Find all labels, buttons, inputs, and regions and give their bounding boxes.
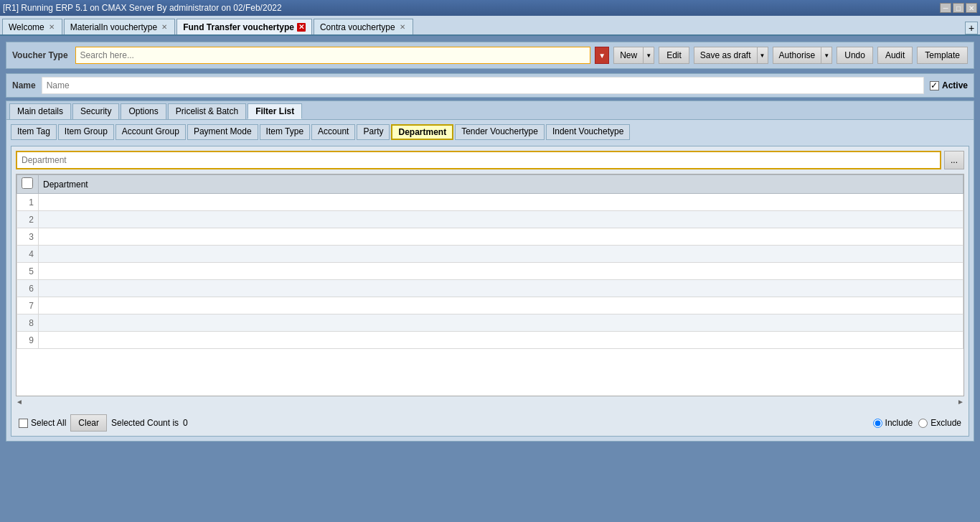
table-header-department: Department [39, 175, 963, 194]
save-draft-dropdown-arrow[interactable]: ▼ [757, 47, 768, 64]
tab-filter-list[interactable]: Filter List [248, 103, 302, 119]
name-input[interactable] [42, 77, 924, 94]
row-department-value [39, 263, 963, 280]
title-bar: [R1] Running ERP 5.1 on CMAX Server By a… [0, 0, 980, 16]
authorise-dropdown-arrow[interactable]: ▼ [821, 47, 832, 64]
department-browse-button[interactable]: ... [944, 151, 964, 169]
save-draft-button-group: Save as draft ▼ [694, 47, 768, 64]
select-all-checkbox[interactable] [19, 419, 28, 428]
exclude-label: Exclude [930, 418, 961, 428]
authorise-button[interactable]: Authorise [773, 47, 821, 64]
filter-tab-item-group[interactable]: Item Group [58, 124, 114, 140]
filter-area: Item Tag Item Group Account Group Paymen… [6, 119, 974, 442]
row-department-value [39, 332, 963, 349]
bottom-left: Select All Clear Selected Count is 0 [19, 414, 188, 432]
filter-tab-indent-vouchetype[interactable]: Indent Vouchetype [546, 124, 630, 140]
save-draft-button[interactable]: Save as draft [694, 47, 757, 64]
include-label: Include [885, 418, 913, 428]
exclude-radio-group: Exclude [918, 418, 961, 428]
table-row: 3 [17, 228, 963, 246]
voucher-type-search[interactable] [75, 47, 591, 64]
row-number: 9 [17, 332, 39, 349]
department-table: Department 1 2 3 4 5 6 7 [17, 174, 963, 349]
filter-tab-account[interactable]: Account [311, 124, 355, 140]
tab-welcome[interactable]: Welcome ✕ [2, 19, 62, 34]
edit-button[interactable]: Edit [659, 47, 689, 64]
table-header-checkbox [17, 175, 39, 194]
tab-pricelist-batch[interactable]: Pricelist & Batch [168, 103, 246, 119]
filter-tab-payment-mode[interactable]: Payment Mode [187, 124, 258, 140]
scroll-right-arrow[interactable]: ► [957, 398, 964, 406]
sub-tabs: Main details Security Options Pricelist … [6, 101, 974, 119]
selected-count-value: 0 [183, 418, 188, 428]
filter-tab-party[interactable]: Party [357, 124, 390, 140]
bottom-right: Include Exclude [873, 418, 961, 428]
active-label: Active [942, 80, 968, 90]
selected-count-label: Selected Count is [111, 418, 179, 428]
tab-welcome-label: Welcome [9, 22, 44, 32]
table-row: 6 [17, 280, 963, 297]
select-all-group: Select All [19, 418, 66, 428]
minimize-button[interactable]: ─ [940, 3, 951, 13]
new-button[interactable]: New [613, 47, 643, 64]
template-button[interactable]: Template [917, 47, 968, 64]
window-controls: ─ □ ✕ [940, 3, 977, 13]
main-content: Voucher Type ▼ New ▼ Edit Save as draft … [0, 36, 980, 522]
name-label: Name [12, 80, 36, 90]
filter-tab-item-type[interactable]: Item Type [260, 124, 310, 140]
tab-fundtransfer-close[interactable]: ✕ [297, 23, 306, 32]
filter-tab-tender-vouchertype[interactable]: Tender Vouchertype [455, 124, 545, 140]
table-row: 5 [17, 263, 963, 280]
clear-button[interactable]: Clear [70, 414, 107, 432]
tab-main-details[interactable]: Main details [9, 103, 71, 119]
row-department-value [39, 246, 963, 263]
close-button[interactable]: ✕ [966, 3, 977, 13]
audit-button[interactable]: Audit [877, 47, 913, 64]
select-all-header-checkbox[interactable] [22, 177, 33, 189]
authorise-button-group: Authorise ▼ [773, 47, 833, 64]
table-row: 2 [17, 211, 963, 228]
active-checkbox-group: ✓ Active [930, 80, 968, 90]
row-department-value [39, 194, 963, 211]
row-department-value [39, 228, 963, 246]
tab-materialin[interactable]: MaterialIn vouchertype ✕ [64, 19, 175, 34]
department-search-input[interactable] [16, 151, 941, 169]
voucher-type-label: Voucher Type [12, 50, 68, 60]
row-number: 3 [17, 228, 39, 246]
tab-welcome-close[interactable]: ✕ [47, 23, 56, 32]
include-radio[interactable] [873, 419, 882, 428]
tab-security[interactable]: Security [72, 103, 119, 119]
undo-button[interactable]: Undo [837, 47, 873, 64]
row-department-value [39, 280, 963, 297]
tab-bar: Welcome ✕ MaterialIn vouchertype ✕ Fund … [0, 16, 980, 36]
filter-tabs: Item Tag Item Group Account Group Paymen… [11, 124, 969, 140]
exclude-radio[interactable] [918, 419, 928, 428]
department-table-container[interactable]: Department 1 2 3 4 5 6 7 [16, 174, 964, 396]
scroll-left-arrow[interactable]: ◄ [16, 398, 23, 406]
table-row: 1 [17, 194, 963, 211]
tab-contra-close[interactable]: ✕ [398, 23, 407, 32]
row-number: 4 [17, 246, 39, 263]
bottom-bar: Select All Clear Selected Count is 0 Inc… [16, 410, 964, 432]
row-number: 7 [17, 297, 39, 314]
tab-fundtransfer[interactable]: Fund Transfer vouchertype ✕ [176, 19, 312, 34]
tab-contra-label: Contra vouchertype [320, 22, 395, 32]
tab-materialin-close[interactable]: ✕ [160, 23, 169, 32]
table-row: 4 [17, 246, 963, 263]
tab-contra[interactable]: Contra vouchertype ✕ [314, 19, 413, 34]
new-button-group: New ▼ [613, 47, 654, 64]
scroll-arrows: ◄ ► [16, 398, 964, 406]
filter-tab-account-group[interactable]: Account Group [116, 124, 186, 140]
voucher-type-dropdown[interactable]: ▼ [595, 47, 609, 64]
select-all-label: Select All [31, 418, 66, 428]
add-tab-button[interactable]: + [965, 22, 978, 34]
maximize-button[interactable]: □ [953, 3, 964, 13]
new-dropdown-arrow[interactable]: ▼ [643, 47, 654, 64]
toolbar: Voucher Type ▼ New ▼ Edit Save as draft … [6, 42, 974, 69]
tab-options[interactable]: Options [121, 103, 166, 119]
active-checkbox[interactable]: ✓ [930, 81, 939, 90]
row-number: 1 [17, 194, 39, 211]
filter-tab-item-tag[interactable]: Item Tag [11, 124, 57, 140]
filter-tab-department[interactable]: Department [391, 124, 453, 140]
department-panel: ... Department 1 2 [11, 146, 969, 437]
